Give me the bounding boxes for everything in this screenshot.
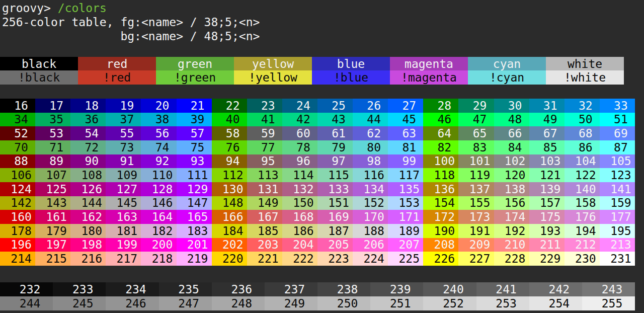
cube-cell-94: 94 [212,154,247,169]
cube-cell-174: 174 [494,210,529,224]
prompt-space [51,2,58,15]
command-text[interactable]: /colors [58,2,107,15]
gray-cell-236: 236 [212,282,265,296]
gray-cell-247: 247 [159,296,212,310]
cube-cell-147: 147 [177,196,212,210]
cube-cell-151: 151 [317,196,353,210]
cube-cell-16: 16 [0,99,35,113]
cube-cell-169: 169 [317,210,353,224]
cube-cell-129: 129 [177,182,212,196]
gray-cell-253: 253 [476,296,529,310]
cube-cell-201: 201 [177,238,212,252]
cube-cell-160: 160 [0,210,35,224]
cube-cell-93: 93 [177,154,212,169]
cube-cell-38: 38 [141,113,176,127]
cube-cell-143: 143 [35,196,70,210]
cube-cell-110: 110 [141,168,176,182]
gray-cell-241: 241 [476,282,529,296]
cube-cell-25: 25 [317,99,353,113]
cube-cell-72: 72 [70,140,106,154]
cube-cell-228: 228 [494,252,529,266]
cube-cell-140: 140 [565,182,600,196]
cube-cell-214: 214 [0,252,35,266]
cube-cell-65: 65 [458,126,494,140]
gray-cell-245: 245 [53,296,106,310]
gray-cell-246: 246 [106,296,158,310]
gray-cell-243: 243 [582,282,635,296]
cube-cell-49: 49 [529,113,565,127]
cube-cell-202: 202 [212,238,247,252]
cube-cell-109: 109 [106,168,141,182]
cube-cell-101: 101 [458,154,494,169]
cube-cell-20: 20 [141,99,176,113]
ansi-cell-black: black [0,57,78,70]
cube-cell-204: 204 [282,238,317,252]
cube-cell-210: 210 [494,238,529,252]
cube-cell-18: 18 [70,99,106,113]
cube-row: 1061071081091101111121131141151161171181… [0,168,635,182]
cube-cell-182: 182 [141,224,176,238]
cube-cell-19: 19 [106,99,141,113]
gray-cell-239: 239 [370,282,423,296]
cube-cell-105: 105 [600,154,635,169]
cube-cell-195: 195 [600,224,635,238]
cube-cell-87: 87 [600,140,635,154]
cube-cell-27: 27 [388,99,423,113]
cube-cell-62: 62 [353,126,388,140]
usage-line-2: bg:<name> / 48;5;<n> [2,29,260,43]
cube-cell-61: 61 [317,126,353,140]
gray-cell-232: 232 [0,282,53,296]
ansi-cell-green: green [156,57,234,70]
cube-cell-103: 103 [529,154,565,169]
cube-cell-71: 71 [35,140,70,154]
cube-cell-21: 21 [177,99,212,113]
ansi-cell-magenta: magenta [390,57,468,70]
cube-cell-32: 32 [565,99,600,113]
ansi-cell-cyan: cyan [468,57,546,70]
cube-cell-191: 191 [458,224,494,238]
grayscale-table: 2322332342352362372382392402412422432442… [0,282,635,310]
cube-cell-79: 79 [317,140,353,154]
cube-cell-141: 141 [600,182,635,196]
cube-cell-215: 215 [35,252,70,266]
gray-cell-255: 255 [582,296,635,310]
cube-cell-156: 156 [494,196,529,210]
cube-cell-114: 114 [282,168,317,182]
cube-row: 1241251261271281291301311321331341351361… [0,182,635,196]
cube-cell-80: 80 [353,140,388,154]
cube-cell-47: 47 [458,113,494,127]
cube-cell-125: 125 [35,182,70,196]
color-cube-table: 1617181920212223242526272829303132333435… [0,99,635,266]
cube-cell-66: 66 [494,126,529,140]
cube-cell-17: 17 [35,99,70,113]
cube-cell-183: 183 [177,224,212,238]
cube-cell-73: 73 [106,140,141,154]
cube-cell-124: 124 [0,182,35,196]
cube-cell-175: 175 [529,210,565,224]
cube-cell-207: 207 [388,238,423,252]
cube-cell-46: 46 [423,113,458,127]
cube-cell-155: 155 [458,196,494,210]
terminal-screen[interactable]: { "terminal": { "bg": "#2b2b2b", "fg": "… [0,0,644,313]
cube-cell-83: 83 [458,140,494,154]
cube-cell-85: 85 [529,140,565,154]
ansi-basic-color-table: blackredgreenyellowbluemagentacyanwhite!… [0,57,624,85]
cube-cell-189: 189 [388,224,423,238]
cube-cell-176: 176 [565,210,600,224]
cube-row: 1781791801811821831841851861871881891901… [0,224,635,238]
cube-cell-136: 136 [423,182,458,196]
cube-cell-86: 86 [565,140,600,154]
cube-cell-74: 74 [141,140,176,154]
cube-cell-137: 137 [458,182,494,196]
cube-cell-45: 45 [388,113,423,127]
cube-cell-161: 161 [35,210,70,224]
ansi-cell-bright-white: !white [546,70,624,84]
prompt-line: groovy> /colors [2,1,260,15]
cube-cell-69: 69 [600,126,635,140]
cube-cell-99: 99 [388,154,423,169]
cube-cell-132: 132 [282,182,317,196]
cube-cell-168: 168 [282,210,317,224]
ansi-cell-yellow: yellow [234,57,312,70]
cube-cell-121: 121 [529,168,565,182]
ansi-row: !black!red!green!yellow!blue!magenta!cya… [0,70,624,84]
